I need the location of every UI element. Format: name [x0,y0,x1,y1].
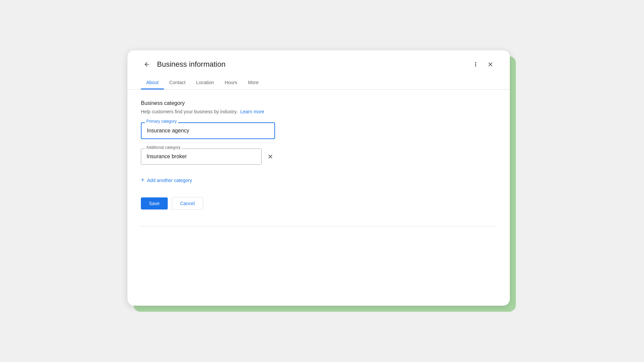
tab-about[interactable]: About [141,76,164,89]
back-button[interactable] [141,58,153,70]
close-button[interactable] [484,58,496,70]
tab-more[interactable]: More [243,76,264,89]
additional-category-row [141,148,275,165]
content-area: Business category Help customers find yo… [127,89,510,221]
more-options-button[interactable] [470,58,482,70]
primary-category-input[interactable] [141,122,275,139]
tab-contact[interactable]: Contact [164,76,191,89]
primary-category-label: Primary category [145,119,178,124]
add-category-button[interactable]: + Add another category [141,174,192,186]
section-title: Business category [141,100,496,106]
header-title: Business information [157,60,470,69]
more-options-icon [472,61,479,68]
tab-hours[interactable]: Hours [219,76,243,89]
learn-more-link[interactable]: Learn more [240,109,264,114]
additional-category-label: Additional category [145,145,182,150]
add-category-plus-icon: + [141,177,145,184]
section-description: Help customers find your business by ind… [141,109,496,114]
cancel-button[interactable]: Cancel [172,197,203,210]
additional-category-input[interactable] [141,148,262,165]
additional-category-field: Additional category [141,148,275,165]
primary-category-field: Primary category [141,122,275,139]
save-button[interactable]: Save [141,197,168,209]
add-category-label: Add another category [147,178,192,183]
header: Business information [127,50,510,70]
main-card: Business information About Contact Locat… [127,50,510,306]
tab-location[interactable]: Location [191,76,219,89]
main-container: Business information About Contact Locat… [127,50,517,312]
actions-row: Save Cancel [141,197,496,210]
tabs-container: About Contact Location Hours More [127,76,510,89]
close-icon [487,61,494,68]
header-actions [470,58,496,70]
back-icon [144,61,150,68]
clear-icon [267,153,274,160]
clear-additional-category-button[interactable] [266,152,275,161]
bottom-divider [141,226,496,226]
